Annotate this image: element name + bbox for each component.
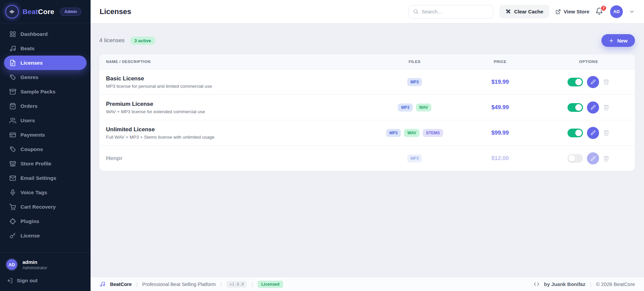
sidebar-item-users[interactable]: Users [4, 113, 87, 128]
new-license-button[interactable]: New [601, 34, 635, 47]
user-name: admin [22, 259, 47, 265]
sidebar-item-beats[interactable]: Beats [4, 41, 87, 56]
sidebar-item-dashboard[interactable]: Dashboard [4, 27, 87, 41]
trash-icon [603, 104, 609, 111]
user-avatar: AD [5, 258, 18, 271]
table-row: Premium License WAV + MP3 license for ex… [99, 95, 635, 120]
license-name: Henpr [106, 155, 371, 162]
sidebar-item-label: Voice Tags [20, 190, 47, 196]
license-description: Full WAV + MP3 + Stems license with unli… [106, 135, 371, 140]
view-store-button[interactable]: View Store [555, 9, 589, 14]
license-description: WAV + MP3 license for extended commercia… [106, 109, 371, 114]
plus-icon [609, 38, 614, 43]
sidebar-item-label: Licenses [20, 60, 43, 66]
license-price: $12.00 [491, 155, 509, 161]
code-icon [534, 281, 539, 287]
enabled-toggle[interactable] [568, 103, 583, 112]
chevron-down-icon[interactable] [629, 9, 635, 15]
sidebar-user-section: AD admin Administrator Sign out [0, 252, 91, 291]
sidebar-item-label: License [20, 233, 40, 239]
top-bar: Licenses Clear Cache View Store 7 [91, 0, 644, 23]
column-files: Files [371, 60, 458, 64]
licensed-badge: Licensed [258, 281, 283, 288]
license-name: Unlimited License [106, 126, 371, 133]
edit-button[interactable] [587, 101, 599, 114]
sidebar-item-label: Cart Recovery [20, 204, 56, 210]
coupon-tag-icon [9, 146, 16, 153]
sidebar-item-label: Plugins [20, 218, 39, 224]
delete-button[interactable] [603, 104, 609, 111]
envelope-icon [9, 175, 16, 181]
search-input[interactable] [422, 9, 489, 14]
music-note-icon [9, 45, 16, 52]
enabled-toggle[interactable] [568, 129, 583, 137]
licenses-table: Name / Description Files Price Options B… [99, 54, 635, 171]
footer: BeatCore | Professional Beat Selling Pla… [91, 277, 644, 291]
footer-brand: BeatCore [110, 282, 131, 287]
delete-button[interactable] [603, 79, 609, 85]
sidebar-item-plugins[interactable]: Plugins [4, 214, 87, 228]
sidebar-item-cart-recovery[interactable]: Cart Recovery [4, 200, 87, 214]
delete-button[interactable] [603, 130, 609, 136]
file-badge-wav: WAV [416, 103, 431, 112]
app-root: BeatCore Admin Dashboard Beats Licenses … [0, 0, 644, 291]
external-link-icon [555, 9, 561, 14]
credit-card-icon [9, 132, 16, 138]
edit-button[interactable] [587, 152, 599, 164]
content-area: 4 licenses 3 active New Name / Descripti… [91, 23, 644, 277]
sidebar-item-orders[interactable]: Orders [4, 99, 87, 113]
users-icon [9, 117, 16, 124]
box-icon [9, 88, 16, 95]
sign-out-button[interactable]: Sign out [5, 275, 85, 286]
sidebar-item-sample-packs[interactable]: Sample Packs [4, 84, 87, 99]
search-box[interactable] [409, 5, 493, 18]
file-badge-mp3: MP3 [398, 103, 413, 112]
clear-cache-button[interactable]: Clear Cache [499, 5, 549, 18]
sidebar-item-payments[interactable]: Payments [4, 128, 87, 142]
edit-button[interactable] [587, 127, 599, 139]
sidebar-item-coupons[interactable]: Coupons [4, 142, 87, 156]
table-row: Unlimited License Full WAV + MP3 + Stems… [99, 120, 635, 146]
tools-icon [505, 9, 511, 14]
storefront-icon [9, 160, 16, 167]
sidebar-item-licenses[interactable]: Licenses [4, 56, 87, 70]
edit-button[interactable] [587, 76, 599, 88]
notifications-button[interactable]: 7 [595, 7, 604, 16]
sidebar-item-genres[interactable]: Genres [4, 70, 87, 84]
microphone-icon [9, 189, 16, 196]
column-options: Options [542, 60, 635, 64]
license-price: $99.99 [491, 130, 509, 136]
sidebar-item-voice-tags[interactable]: Voice Tags [4, 185, 87, 200]
license-count: 4 licenses [99, 37, 125, 44]
enabled-toggle[interactable] [568, 78, 583, 86]
sidebar-item-label: Email Settings [20, 175, 56, 181]
puzzle-icon [9, 218, 16, 225]
file-badge-wav: WAV [404, 129, 419, 137]
file-badge-mp3: MP3 [407, 78, 422, 86]
delete-button[interactable] [603, 155, 609, 162]
sidebar-item-label: Sample Packs [20, 89, 55, 95]
sidebar-item-label: Users [20, 118, 35, 124]
enabled-toggle[interactable] [568, 154, 583, 163]
brand-header: BeatCore Admin [0, 0, 91, 23]
sidebar-item-email-settings[interactable]: Email Settings [4, 171, 87, 185]
tag-icon [9, 74, 16, 81]
page-title: Licenses [100, 7, 131, 16]
sidebar-item-label: Store Profile [20, 161, 51, 167]
sidebar-item-label: Orders [20, 103, 38, 109]
sidebar-item-license[interactable]: License [4, 228, 87, 243]
main-area: Licenses Clear Cache View Store 7 [91, 0, 644, 291]
table-row: Henpr MP3 $12.00 [99, 146, 635, 171]
active-count-badge: 3 active [130, 37, 156, 45]
sidebar-item-store-profile[interactable]: Store Profile [4, 156, 87, 171]
header-avatar[interactable]: AD [610, 5, 623, 18]
column-price: Price [458, 60, 542, 64]
shopping-bag-icon [9, 103, 16, 110]
license-name: Premium License [106, 101, 371, 107]
sidebar-item-label: Coupons [20, 146, 43, 152]
trash-icon [603, 79, 609, 85]
table-row: Basic License MP3 license for personal a… [99, 69, 635, 95]
notification-count-badge: 7 [600, 5, 607, 11]
sidebar-item-label: Beats [20, 46, 35, 52]
license-description: MP3 license for personal and limited com… [106, 84, 371, 89]
